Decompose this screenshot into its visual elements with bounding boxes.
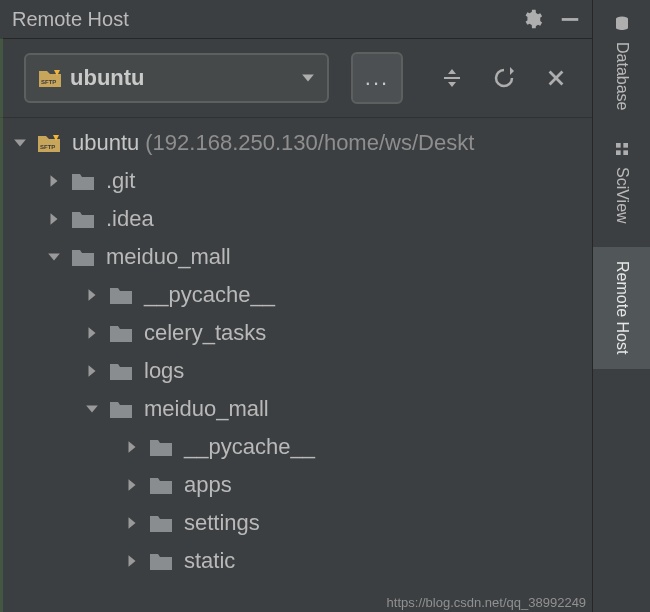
minimize-icon[interactable] bbox=[558, 7, 582, 31]
chevron-right-icon bbox=[122, 513, 142, 533]
tab-database[interactable]: Database bbox=[593, 0, 650, 125]
collapse-icon[interactable] bbox=[439, 65, 465, 91]
chevron-right-icon bbox=[82, 323, 102, 343]
tree-item[interactable]: apps bbox=[0, 466, 592, 504]
database-icon bbox=[612, 14, 632, 34]
grid-icon bbox=[612, 139, 632, 159]
folder-icon bbox=[108, 282, 134, 308]
folder-icon bbox=[108, 396, 134, 422]
tree-item[interactable]: .idea bbox=[0, 200, 592, 238]
tree-item-label: .git bbox=[106, 168, 135, 194]
refresh-icon[interactable] bbox=[491, 65, 517, 91]
tree-item[interactable]: __pycache__ bbox=[0, 428, 592, 466]
folder-icon bbox=[70, 168, 96, 194]
tree-item[interactable]: celery_tasks bbox=[0, 314, 592, 352]
chevron-right-icon bbox=[82, 361, 102, 381]
panel-header: Remote Host bbox=[0, 0, 592, 39]
watermark-text: https://blog.csdn.net/qq_38992249 bbox=[387, 595, 587, 610]
host-dropdown-label: ubuntu bbox=[70, 65, 299, 91]
tree-item[interactable]: .git bbox=[0, 162, 592, 200]
tree-item-label: celery_tasks bbox=[144, 320, 266, 346]
tree-item-label: __pycache__ bbox=[184, 434, 315, 460]
tree-item[interactable]: meiduo_mall bbox=[0, 390, 592, 428]
gear-icon[interactable] bbox=[520, 7, 544, 31]
folder-icon bbox=[148, 548, 174, 574]
tree-item[interactable]: meiduo_mall bbox=[0, 238, 592, 276]
file-tree: SFTP ubuntu (192.168.250.130/home/ws/Des… bbox=[0, 118, 592, 612]
chevron-right-icon bbox=[122, 475, 142, 495]
tree-item-label: logs bbox=[144, 358, 184, 384]
tree-item[interactable]: __pycache__ bbox=[0, 276, 592, 314]
tree-item-label: meiduo_mall bbox=[144, 396, 269, 422]
chevron-right-icon bbox=[122, 437, 142, 457]
chevron-down-icon bbox=[82, 399, 102, 419]
tab-remote-host-label: Remote Host bbox=[613, 261, 631, 354]
host-dropdown[interactable]: SFTP ubuntu bbox=[24, 53, 329, 103]
sftp-icon: SFTP bbox=[36, 130, 62, 156]
chevron-right-icon bbox=[82, 285, 102, 305]
folder-icon bbox=[148, 472, 174, 498]
tree-item-label: settings bbox=[184, 510, 260, 536]
tree-root-label: ubuntu bbox=[72, 130, 139, 156]
chevron-right-icon bbox=[44, 209, 64, 229]
tree-item[interactable]: static bbox=[0, 542, 592, 580]
tree-item-label: .idea bbox=[106, 206, 154, 232]
chevron-down-icon bbox=[10, 133, 30, 153]
sftp-icon: SFTP bbox=[36, 66, 64, 90]
svg-rect-6 bbox=[616, 143, 621, 148]
chevron-down-icon bbox=[44, 247, 64, 267]
chevron-right-icon bbox=[122, 551, 142, 571]
svg-text:SFTP: SFTP bbox=[41, 79, 56, 85]
tab-sciview-label: SciView bbox=[613, 167, 631, 224]
tree-root[interactable]: SFTP ubuntu (192.168.250.130/home/ws/Des… bbox=[0, 124, 592, 162]
svg-rect-8 bbox=[616, 150, 621, 155]
chevron-down-icon bbox=[299, 69, 317, 87]
close-icon[interactable] bbox=[543, 65, 569, 91]
folder-icon bbox=[108, 358, 134, 384]
tree-root-path: (192.168.250.130/home/ws/Deskt bbox=[145, 130, 474, 156]
folder-icon bbox=[70, 244, 96, 270]
chevron-right-icon bbox=[44, 171, 64, 191]
svg-text:SFTP: SFTP bbox=[40, 144, 55, 150]
folder-icon bbox=[148, 434, 174, 460]
right-sidebar: Database SciView Remote Host bbox=[593, 0, 650, 612]
folder-icon bbox=[70, 206, 96, 232]
folder-icon bbox=[108, 320, 134, 346]
folder-icon bbox=[148, 510, 174, 536]
tree-item[interactable]: settings bbox=[0, 504, 592, 542]
tree-item-label: meiduo_mall bbox=[106, 244, 231, 270]
tree-item-label: __pycache__ bbox=[144, 282, 275, 308]
panel-title: Remote Host bbox=[12, 8, 506, 31]
svg-rect-7 bbox=[623, 143, 628, 148]
svg-rect-0 bbox=[562, 18, 579, 21]
tree-item-label: static bbox=[184, 548, 235, 574]
more-button[interactable]: ... bbox=[351, 52, 403, 104]
tab-remote-host[interactable]: Remote Host bbox=[593, 247, 650, 368]
tree-item-label: apps bbox=[184, 472, 232, 498]
tab-database-label: Database bbox=[613, 42, 631, 111]
tree-item[interactable]: logs bbox=[0, 352, 592, 390]
toolbar: SFTP ubuntu ... bbox=[0, 39, 592, 118]
svg-rect-9 bbox=[623, 150, 628, 155]
tab-sciview[interactable]: SciView bbox=[593, 125, 650, 238]
ellipsis-icon: ... bbox=[365, 65, 389, 91]
